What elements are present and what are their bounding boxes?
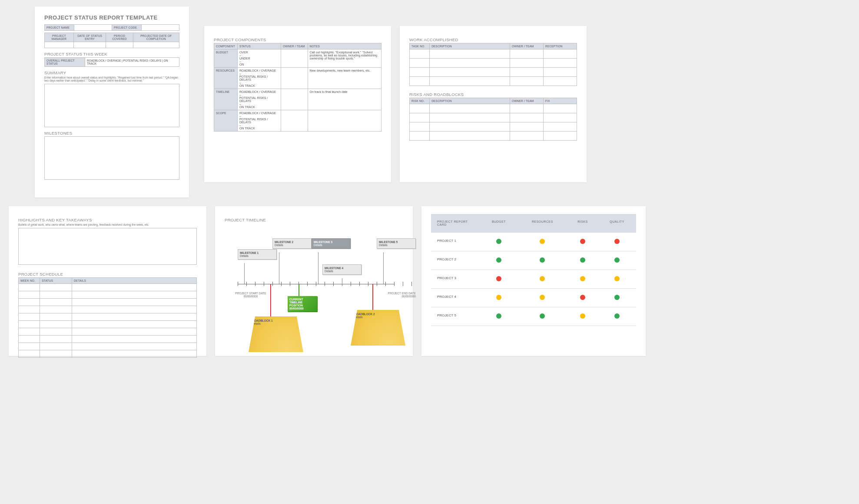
table-row: PROJECT 4: [431, 289, 636, 307]
status-dot: [580, 239, 585, 244]
end-caption: PROJECT END DATE00/00/0000: [381, 292, 416, 298]
milestones-heading: MILESTONES: [44, 131, 179, 135]
table-row: [410, 59, 577, 68]
table-row: [19, 336, 197, 343]
page-title: PROJECT STATUS REPORT TEMPLATE: [44, 14, 179, 21]
status-dot: [580, 295, 585, 300]
roadblock-2: ROADBLOCK 2Details: [351, 310, 405, 346]
table-row: [19, 299, 197, 306]
table-row: PROJECT 3: [431, 270, 636, 289]
status-dot: [540, 257, 545, 263]
components-table: COMPONENT STATUS OWNER / TEAM NOTES BUDG…: [214, 43, 381, 132]
highlights-heading: HIGHLIGHTS AND KEY TAKEAWAYS: [18, 217, 197, 222]
page-timeline: PROJECT TIMELINE MILESTONE 1Details MILE…: [215, 206, 413, 356]
table-row: [19, 328, 197, 336]
table-row: [19, 284, 197, 291]
highlights-hint: Bullets of great work, who owns what, wh…: [18, 223, 197, 226]
status-dot: [580, 276, 585, 281]
milestones-box[interactable]: [44, 136, 179, 180]
schedule-heading: PROJECT SCHEDULE: [18, 272, 197, 277]
table-row: [19, 350, 197, 358]
status-dot: [496, 313, 501, 319]
milestone-1: MILESTONE 1Details: [238, 249, 277, 260]
table-row: [410, 49, 577, 59]
status-dot: [496, 276, 501, 281]
status-dot: [614, 239, 620, 244]
start-caption: PROJECT START DATE00/00/0000: [233, 292, 268, 298]
table-row: [410, 132, 577, 141]
header-row2: PROJECT MANAGERDATE OF STATUS ENTRY PERI…: [44, 33, 179, 48]
table-row: [19, 306, 197, 313]
milestone-2: MILESTONE 2Details: [272, 238, 312, 249]
table-row: [19, 313, 197, 321]
table-row: [19, 321, 197, 328]
risks-heading: RISKS AND ROADBLOCKS: [409, 92, 577, 97]
milestone-5: MILESTONE 5Details: [377, 238, 416, 249]
risks-table: RISK NO. DESCRIPTION OWNER / TEAM FIX: [409, 98, 577, 141]
table-row: SCOPEROADBLOCK / OVERAGE – POTENTIAL RIS…: [214, 110, 381, 132]
status-dot: [580, 257, 585, 263]
status-dot: [614, 295, 620, 300]
table-row: [410, 68, 577, 77]
components-heading: PROJECT COMPONENTS: [214, 37, 381, 42]
table-row: [410, 77, 577, 86]
status-dot: [540, 313, 545, 319]
work-accomplished-heading: WORK ACCOMPLISHED: [409, 37, 577, 42]
header-row1: PROJECT NAME PROJECT CODE: [44, 24, 179, 31]
status-bar: OVERALL PROJECT STATUS ROADBLOCK / OVERA…: [44, 57, 179, 67]
status-dot: [580, 313, 585, 319]
page-highlights-schedule: HIGHLIGHTS AND KEY TAKEAWAYS Bullets of …: [9, 206, 206, 356]
milestone-4: MILESTONE 4Details: [322, 264, 362, 275]
status-dot: [496, 257, 501, 263]
status-dot: [614, 276, 620, 281]
status-dot: [540, 239, 545, 244]
summary-heading: SUMMARY: [44, 70, 179, 75]
status-dot: [540, 276, 545, 281]
report-card-table: PROJECT REPORT CARD BUDGETRESOURCES RISK…: [431, 214, 636, 326]
table-row: [410, 104, 577, 113]
table-row: PROJECT 5: [431, 307, 636, 326]
table-row: [19, 343, 197, 350]
page-work-risks: WORK ACCOMPLISHED TASK NO. DESCRIPTION O…: [400, 26, 587, 182]
timeline-canvas: MILESTONE 1Details MILESTONE 2Details MI…: [225, 223, 403, 349]
table-row: PROJECT 1: [431, 233, 636, 251]
current-position-flag: CURRENT TIMELINE POSITION 00/00/0000: [288, 296, 317, 312]
status-dot: [614, 257, 620, 263]
status-dot: [496, 239, 501, 244]
schedule-table: WEEK NO. STATUS DETAILS: [18, 277, 197, 358]
work-accomplished-table: TASK NO. DESCRIPTION OWNER / TEAM RECEPT…: [409, 43, 577, 86]
table-row: [410, 113, 577, 122]
page-report-card: PROJECT REPORT CARD BUDGETRESOURCES RISK…: [421, 206, 646, 356]
table-row: [410, 122, 577, 132]
table-row: BUDGETOVER – UNDER – ONCall out highligh…: [214, 49, 381, 68]
milestone-3: MILESTONE 3Details: [312, 238, 351, 249]
table-row: RESOURCESROADBLOCK / OVERAGE – POTENTIAL…: [214, 68, 381, 89]
summary-box[interactable]: [44, 84, 179, 127]
roadblock-1: ROADBLOCK 1Details: [249, 316, 303, 352]
summary-hint: Enter information here about overall sta…: [44, 76, 179, 82]
status-dot: [614, 313, 620, 319]
status-dot: [496, 295, 501, 300]
table-row: [19, 291, 197, 299]
table-row: TIMELINEROADBLOCK / OVERAGE – POTENTIAL …: [214, 89, 381, 110]
timeline-heading: PROJECT TIMELINE: [225, 217, 403, 222]
table-row: PROJECT 2: [431, 251, 636, 270]
page-components: PROJECT COMPONENTS COMPONENT STATUS OWNE…: [204, 26, 391, 182]
page-status-report: PROJECT STATUS REPORT TEMPLATE PROJECT N…: [35, 7, 189, 198]
status-week-heading: PROJECT STATUS THIS WEEK: [44, 52, 179, 56]
highlights-box[interactable]: [18, 228, 197, 265]
status-dot: [540, 295, 545, 300]
